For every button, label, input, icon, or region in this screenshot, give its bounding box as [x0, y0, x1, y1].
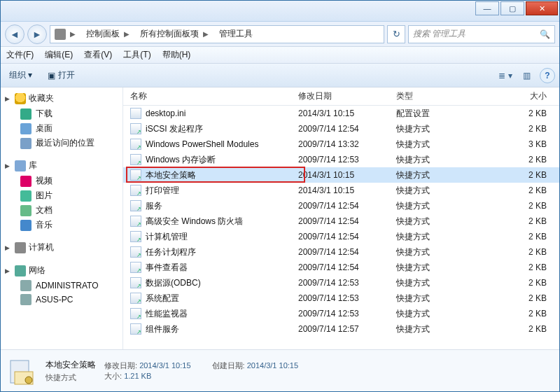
navigation-pane: ▶收藏夹 下载 桌面 最近访问的位置 ▶库 视频 图片 文档 音乐 ▶计算机 ▶…: [1, 88, 123, 349]
nav-item-downloads[interactable]: 下载: [1, 106, 122, 121]
file-row[interactable]: Windows 内存诊断2009/7/14 12:53快捷方式2 KB: [123, 152, 559, 167]
open-button[interactable]: ▣ 打开: [43, 67, 79, 83]
file-row[interactable]: 系统配置2009/7/14 12:53快捷方式2 KB: [123, 290, 559, 306]
menubar: 文件(F) 编辑(E) 查看(V) 工具(T) 帮助(H): [1, 47, 559, 64]
file-type: 快捷方式: [396, 231, 473, 243]
menu-edit[interactable]: 编辑(E): [39, 47, 78, 63]
menu-file[interactable]: 文件(F): [1, 47, 39, 63]
menu-tools[interactable]: 工具(T): [118, 47, 156, 63]
file-name: 数据源(ODBC): [146, 277, 201, 289]
file-name: iSCSI 发起程序: [146, 123, 203, 135]
col-header-date[interactable]: 修改日期: [298, 90, 396, 102]
nav-item-pictures[interactable]: 图片: [1, 188, 122, 203]
network-icon: [15, 265, 26, 276]
forward-button[interactable]: ►: [27, 24, 47, 44]
file-size: 2 KB: [473, 309, 559, 318]
nav-item-music[interactable]: 音乐: [1, 218, 122, 232]
file-row[interactable]: 组件服务2009/7/14 12:57快捷方式2 KB: [123, 321, 559, 337]
file-name: 打印管理: [146, 185, 179, 197]
desktop-icon: [20, 123, 31, 134]
search-icon[interactable]: 🔍: [540, 29, 550, 39]
column-headers: 名称 修改日期 类型 大小: [123, 88, 559, 106]
file-date: 2014/3/1 10:15: [298, 170, 396, 180]
nav-item-network-pc[interactable]: ADMINISTRATO: [1, 279, 122, 293]
file-row[interactable]: 事件查看器2009/7/14 12:54快捷方式2 KB: [123, 260, 559, 275]
col-header-size[interactable]: 大小: [473, 90, 559, 102]
close-button[interactable]: ✕: [526, 1, 558, 15]
shortcut-icon: [130, 323, 141, 335]
help-button[interactable]: ?: [540, 68, 555, 83]
file-date: 2009/7/14 12:54: [298, 201, 396, 211]
file-row[interactable]: 数据源(ODBC)2009/7/14 12:53快捷方式2 KB: [123, 275, 559, 290]
col-header-name[interactable]: 名称: [123, 90, 298, 102]
shortcut-icon: [130, 262, 141, 273]
preview-pane-button[interactable]: ▥: [519, 68, 534, 83]
nav-favorites[interactable]: ▶收藏夹: [1, 90, 122, 106]
minimize-button[interactable]: —: [475, 1, 499, 15]
breadcrumb-segment[interactable]: 控制面板▶: [82, 26, 136, 43]
nav-computer[interactable]: ▶计算机: [1, 239, 122, 255]
breadcrumb-segment[interactable]: 所有控制面板项▶: [136, 26, 215, 43]
address-bar: ◄ ► ▶ 控制面板▶ 所有控制面板项▶ 管理工具 ↻ 搜索 管理工具 🔍: [1, 22, 559, 47]
file-type: 快捷方式: [396, 185, 473, 197]
download-icon: [20, 108, 31, 120]
file-row[interactable]: 高级安全 Windows 防火墙2009/7/14 12:54快捷方式2 KB: [123, 214, 559, 229]
file-date: 2009/7/14 12:54: [298, 262, 396, 272]
file-size: 2 KB: [473, 124, 559, 134]
back-button[interactable]: ◄: [5, 24, 24, 44]
nav-item-network-pc[interactable]: ASUS-PC: [1, 293, 122, 307]
search-input[interactable]: 搜索 管理工具 🔍: [408, 25, 555, 43]
organize-button[interactable]: 组织 ▾: [5, 67, 36, 83]
maximize-button[interactable]: ▢: [500, 1, 524, 15]
toolbar: 组织 ▾ ▣ 打开 ≣ ▾ ▥ ?: [1, 64, 559, 88]
breadcrumb[interactable]: ▶ 控制面板▶ 所有控制面板项▶ 管理工具: [50, 25, 384, 43]
details-name: 本地安全策略: [46, 360, 96, 370]
nav-item-recent[interactable]: 最近访问的位置: [1, 136, 122, 150]
file-size: 2 KB: [473, 324, 559, 334]
nav-libraries[interactable]: ▶库: [1, 158, 122, 174]
file-date: 2009/7/14 13:32: [298, 139, 396, 149]
menu-view[interactable]: 查看(V): [78, 47, 118, 63]
nav-item-desktop[interactable]: 桌面: [1, 121, 122, 136]
file-row[interactable]: 任务计划程序2009/7/14 12:54快捷方式2 KB: [123, 244, 559, 260]
file-row[interactable]: 性能监视器2009/7/14 12:53快捷方式2 KB: [123, 306, 559, 321]
details-created-label: 创建日期:: [212, 361, 245, 370]
file-name: 事件查看器: [146, 262, 188, 274]
nav-item-videos[interactable]: 视频: [1, 174, 122, 188]
file-name: 服务: [146, 200, 162, 212]
file-name: 组件服务: [146, 323, 179, 335]
nav-network[interactable]: ▶网络: [1, 262, 122, 279]
file-row[interactable]: iSCSI 发起程序2009/7/14 12:54快捷方式2 KB: [123, 121, 559, 136]
nav-item-documents[interactable]: 文档: [1, 203, 122, 218]
view-mode-button[interactable]: ≣ ▾: [498, 68, 513, 83]
file-size: 2 KB: [473, 232, 559, 241]
file-list[interactable]: desktop.ini2014/3/1 10:15配置设置2 KBiSCSI 发…: [123, 106, 559, 349]
shortcut-icon: [130, 308, 141, 319]
breadcrumb-segment[interactable]: 管理工具: [215, 26, 257, 43]
file-row[interactable]: 计算机管理2009/7/14 12:54快捷方式2 KB: [123, 229, 559, 244]
file-date: 2009/7/14 12:53: [298, 278, 396, 288]
file-size: 2 KB: [473, 278, 559, 288]
file-type: 快捷方式: [396, 200, 473, 212]
main-area: ▶收藏夹 下载 桌面 最近访问的位置 ▶库 视频 图片 文档 音乐 ▶计算机 ▶…: [1, 88, 559, 349]
file-type: 快捷方式: [396, 246, 473, 258]
refresh-button[interactable]: ↻: [387, 25, 405, 43]
menu-help[interactable]: 帮助(H): [157, 47, 197, 63]
file-row[interactable]: 本地安全策略2014/3/1 10:15快捷方式2 KB: [123, 167, 559, 183]
file-row[interactable]: 服务2009/7/14 12:54快捷方式2 KB: [123, 198, 559, 214]
document-icon: [20, 205, 31, 216]
file-row[interactable]: desktop.ini2014/3/1 10:15配置设置2 KB: [123, 106, 559, 121]
file-date: 2009/7/14 12:54: [298, 247, 396, 257]
file-row[interactable]: 打印管理2014/3/1 10:15快捷方式2 KB: [123, 183, 559, 198]
shortcut-icon: [130, 200, 141, 211]
file-size: 2 KB: [473, 186, 559, 195]
file-name: 计算机管理: [146, 231, 188, 243]
file-type: 快捷方式: [396, 216, 473, 227]
search-placeholder: 搜索 管理工具: [413, 28, 465, 40]
file-type: 配置设置: [396, 108, 473, 120]
file-row[interactable]: Windows PowerShell Modules2009/7/14 13:3…: [123, 136, 559, 152]
file-date: 2014/3/1 10:15: [298, 186, 396, 195]
col-header-type[interactable]: 类型: [396, 90, 473, 102]
file-date: 2009/7/14 12:54: [298, 124, 396, 134]
control-panel-icon: [55, 29, 66, 40]
